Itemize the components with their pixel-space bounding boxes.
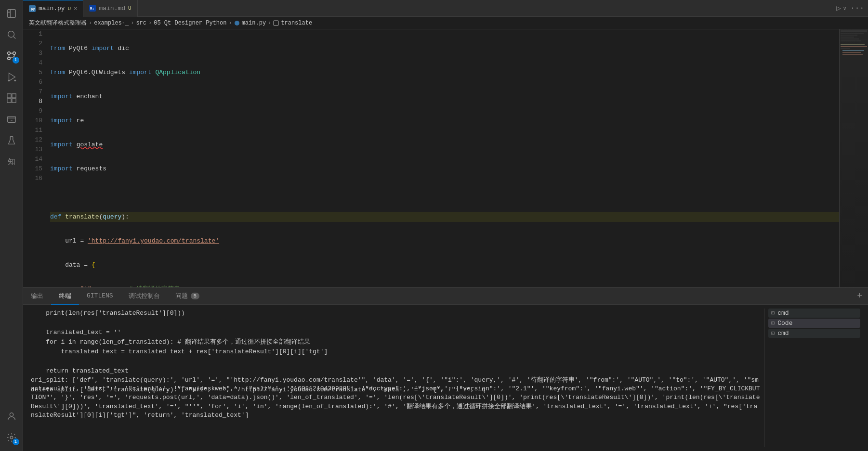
svg-point-13 [10,413,13,416]
svg-text:py: py [31,7,35,11]
breadcrumb-part-4[interactable]: main.py [234,20,266,26]
flask-icon[interactable] [2,131,21,150]
svg-rect-8 [7,94,11,98]
svg-rect-11 [12,99,15,103]
settings-icon[interactable]: 1 [2,428,21,447]
svg-rect-23 [841,35,857,36]
extensions-icon[interactable] [2,89,21,108]
terminal-entry-1[interactable]: ⊡ Code [768,319,860,328]
svg-text:M↓: M↓ [90,7,94,11]
svg-rect-27 [841,44,865,45]
code-line-10: data = { [50,260,839,270]
svg-rect-25 [841,39,859,39]
svg-point-4 [7,57,10,60]
breadcrumb-part-2[interactable]: src [136,20,146,26]
svg-point-1 [8,31,14,38]
problems-badge: 5 [191,293,200,299]
terminal-entry-label-1: Code [777,320,792,327]
panel-tab-gitlens-label: GITLENS [87,292,113,299]
more-icon[interactable]: ··· [850,4,864,13]
run-debug-icon[interactable] [2,67,21,87]
minimap-content [840,29,868,287]
tab-main-py-close[interactable]: ✕ [74,5,77,12]
terminal-line-5 [31,357,760,366]
terminal-line-1 [31,318,760,328]
panel-tab-output-label: 输出 [31,292,43,300]
code-line-4: import re [50,116,839,126]
search-icon[interactable] [2,25,21,44]
panel-tab-gitlens[interactable]: GITLENS [79,288,121,305]
panel-content: print(len(res['translateResult'][0])) tr… [23,305,868,451]
tab-main-md[interactable]: M↓ main.md U [83,0,137,17]
breadcrumb-sep-3: › [228,20,232,26]
panel-add-button[interactable]: + [851,288,868,305]
line-numbers: 1 2 3 4 5 6 7 8 9 10 11 12 13 14 15 16 [23,29,46,287]
panel-tab-debug-console[interactable]: 调试控制台 [121,288,168,305]
svg-rect-12 [7,116,15,123]
tab-main-md-modified: U [128,5,132,11]
svg-point-6 [8,80,10,82]
code-line-6: import requests [50,164,839,174]
run-area: ▷ ∨ ··· [836,3,868,13]
svg-rect-9 [12,94,15,98]
panel-tab-terminal[interactable]: 终端 [51,288,79,305]
breadcrumb-sep-2: › [148,20,152,26]
code-line-8: def translate(query): [50,212,839,222]
code-line-1: from PyQt6 import dic [50,44,839,53]
terminal-code-icon: ⊡ [771,320,775,327]
breadcrumb-part-3[interactable]: 05 Qt Designer Python [154,20,226,26]
svg-point-3 [13,52,15,55]
terminal-entry-0[interactable]: ⊡ cmd [768,309,860,318]
tab-main-py[interactable]: py main.py U ✕ [23,0,83,17]
code-editor[interactable]: 1 2 3 4 5 6 7 8 9 10 11 12 13 14 15 16 [23,29,868,287]
terminal-entry-label-0: cmd [777,309,789,317]
minimap [839,29,868,287]
knowledge-icon[interactable]: 知 [2,152,21,171]
terminal-line-7: ori_split: ['def', 'translate(query):', … [31,376,760,386]
panel-tab-terminal-label: 终端 [59,292,71,300]
code-line-2: from PyQt6.QtWidgets import QApplication [50,68,839,77]
code-content: from PyQt6 import dic from PyQt6.QtWidge… [46,29,839,287]
panel-tab-output[interactable]: 输出 [23,288,51,305]
terminal-line-2: translated_text = '' [31,328,760,337]
svg-rect-28 [841,46,867,47]
account-icon[interactable] [2,407,21,426]
panel-tab-problems-label: 问题 [175,292,188,300]
run-icon[interactable]: ▷ [836,3,841,13]
breadcrumb-part-0[interactable]: 英文献翻译格式整理器 [29,19,87,27]
svg-point-2 [7,52,10,55]
terminal-line-3: for i in range(len_of_translated): # 翻译结… [31,337,760,347]
tab-main-md-label: main.md [99,5,125,12]
svg-point-19 [235,21,239,26]
run-chevron-icon[interactable]: ∨ [843,5,846,12]
terminal-entry-2[interactable]: ⊡ cmd [768,329,860,338]
tab-md-icon: M↓ [89,5,96,12]
code-lines: 1 2 3 4 5 6 7 8 9 10 11 12 13 14 15 16 [23,29,868,287]
remote-explorer-icon[interactable] [2,110,21,129]
svg-point-7 [14,80,16,82]
svg-point-14 [10,436,13,439]
panel-tab-debug-label: 调试控制台 [129,292,160,300]
editor-container: 1 2 3 4 5 6 7 8 9 10 11 12 13 14 15 16 [23,29,868,287]
code-line-9: url = 'http://fanyi.youdao.com/translate… [50,236,839,246]
svg-rect-22 [841,33,864,34]
breadcrumb-sep-1: › [131,20,134,26]
panel-area: 输出 终端 GITLENS 调试控制台 问题 5 + print(len(res… [23,287,868,451]
panel-tabs: 输出 终端 GITLENS 调试控制台 问题 5 + [23,288,868,305]
svg-rect-20 [274,21,278,26]
svg-rect-29 [841,48,850,49]
source-control-badge: 1 [13,57,19,64]
tab-main-py-modified: U [68,6,71,12]
panel-tab-problems[interactable]: 问题 5 [168,288,208,305]
terminal-output[interactable]: print(len(res['translateResult'][0])) tr… [31,309,760,447]
source-control-icon[interactable]: 1 [2,46,21,65]
tab-bar: py main.py U ✕ M↓ main.md U ▷ ∨ ··· [23,0,868,17]
terminal-entry-label-2: cmd [777,330,789,337]
breadcrumb-part-1[interactable]: examples-_ [94,20,129,26]
terminal-cmd-icon-0: ⊡ [771,309,775,317]
terminal-line-0: print(len(res['translateResult'][0])) [31,309,760,318]
main-area: py main.py U ✕ M↓ main.md U ▷ ∨ ··· 英文献翻… [23,0,868,451]
terminal-cmd-icon-2: ⊡ [771,330,775,337]
explorer-icon[interactable] [2,4,21,23]
breadcrumb-part-5[interactable]: translate [273,20,312,26]
